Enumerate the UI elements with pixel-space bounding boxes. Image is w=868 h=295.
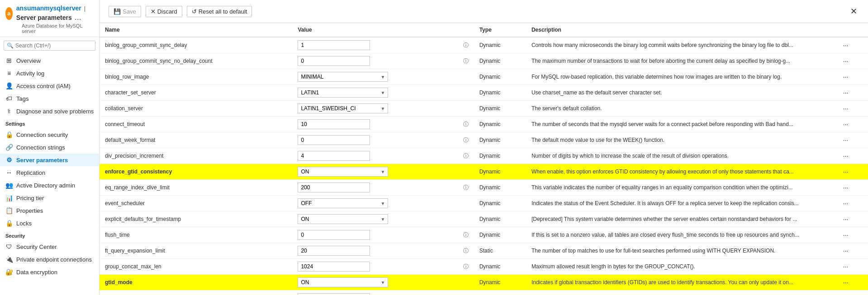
param-input-5[interactable] [298, 119, 370, 129]
more-options-button[interactable]: ··· [841, 136, 850, 144]
sidebar-item-overview[interactable]: ⊞Overview [0, 54, 99, 67]
param-value-4[interactable]: LATIN1_SWEDISH_CIUTF8_GENERAL_CI▼ [292, 101, 457, 117]
sidebar-item-locks[interactable]: 🔒Locks [0, 217, 99, 229]
param-info-1[interactable]: ⓘ [458, 53, 474, 69]
info-icon[interactable]: ⓘ [463, 42, 469, 48]
info-icon[interactable]: ⓘ [463, 137, 469, 143]
param-info-6[interactable]: ⓘ [458, 132, 474, 148]
param-value-12[interactable] [292, 227, 457, 243]
more-options-button[interactable]: ··· [841, 89, 850, 96]
more-options-button[interactable]: ··· [841, 279, 850, 286]
info-icon[interactable]: ⓘ [463, 153, 469, 159]
param-value-14[interactable] [292, 259, 457, 275]
param-value-8[interactable]: ONOFFWARN▼ [292, 164, 457, 180]
param-value-3[interactable]: LATIN1UTF8UTF8MB4▼ [292, 85, 457, 101]
more-options-button[interactable]: ··· [841, 42, 850, 49]
param-input-16[interactable] [298, 293, 370, 295]
param-info-10[interactable]: ⓘ [458, 196, 474, 211]
info-icon[interactable]: ⓘ [463, 58, 469, 64]
more-options-button[interactable]: ··· [841, 231, 850, 239]
param-info-3[interactable]: ⓘ [458, 85, 474, 101]
sidebar-item-active-directory[interactable]: 👥Active Directory admin [0, 179, 99, 192]
more-options-button[interactable]: ··· [841, 184, 850, 191]
sidebar-item-connection-security[interactable]: 🔒Connection security [0, 128, 99, 141]
more-options-button[interactable]: ··· [841, 247, 850, 254]
more-options-button[interactable]: ··· [841, 121, 850, 128]
sidebar-item-private-endpoint[interactable]: 🔌Private endpoint connections [0, 253, 99, 266]
param-value-11[interactable]: ONOFF▼ [292, 211, 457, 227]
param-more-2[interactable]: ··· [836, 69, 868, 85]
param-more-3[interactable]: ··· [836, 85, 868, 101]
more-options-button[interactable]: ··· [841, 215, 850, 223]
param-value-2[interactable]: MINIMALFULLNOBLOB▼ [292, 69, 457, 85]
param-select-15[interactable]: ONOFFON_PERMISSIVEOFF_PERMISSIVE [298, 278, 378, 287]
param-select-3[interactable]: LATIN1UTF8UTF8MB4 [298, 88, 378, 97]
param-value-5[interactable] [292, 117, 457, 132]
param-input-0[interactable] [298, 40, 370, 50]
sidebar-item-iam[interactable]: 👤Access control (IAM) [0, 80, 99, 92]
param-input-13[interactable] [298, 246, 370, 256]
param-value-16[interactable] [292, 290, 457, 295]
param-more-4[interactable]: ··· [836, 101, 868, 117]
param-info-9[interactable]: ⓘ [458, 180, 474, 196]
param-more-12[interactable]: ··· [836, 227, 868, 243]
param-value-15[interactable]: ONOFFON_PERMISSIVEOFF_PERMISSIVE▼ [292, 275, 457, 290]
more-options-button[interactable]: ··· [841, 105, 850, 112]
info-icon[interactable]: ⓘ [463, 184, 469, 191]
param-value-6[interactable] [292, 132, 457, 148]
param-select-4[interactable]: LATIN1_SWEDISH_CIUTF8_GENERAL_CI [298, 104, 378, 113]
param-value-9[interactable] [292, 180, 457, 196]
sidebar-item-tags[interactable]: 🏷Tags [0, 92, 99, 105]
param-more-7[interactable]: ··· [836, 148, 868, 164]
sidebar-item-properties[interactable]: 📋Properties [0, 204, 99, 217]
param-value-0[interactable] [292, 37, 457, 53]
close-button[interactable]: ✕ [849, 5, 859, 18]
param-more-10[interactable]: ··· [836, 196, 868, 211]
more-options-button[interactable]: ··· [841, 73, 850, 80]
param-input-7[interactable] [298, 151, 370, 161]
param-info-0[interactable]: ⓘ [458, 37, 474, 53]
param-more-9[interactable]: ··· [836, 180, 868, 196]
sidebar-item-data-encryption[interactable]: 🔐Data encryption [0, 266, 99, 278]
param-info-11[interactable]: ⓘ [458, 211, 474, 227]
param-value-10[interactable]: OFFONDISABLED▼ [292, 196, 457, 211]
sidebar-item-diagnose[interactable]: ⚕Diagnose and solve problems [0, 105, 99, 117]
more-options-button[interactable]: ··· [841, 57, 850, 65]
sidebar-item-pricing[interactable]: 📊Pricing tier [0, 192, 99, 204]
param-select-8[interactable]: ONOFFWARN [298, 167, 378, 176]
discard-button[interactable]: ✕ Discard [146, 6, 182, 17]
more-options-button[interactable]: ··· [841, 152, 850, 159]
param-info-4[interactable]: ⓘ [458, 101, 474, 117]
search-input[interactable] [15, 42, 92, 49]
param-more-5[interactable]: ··· [836, 117, 868, 132]
param-more-14[interactable]: ··· [836, 259, 868, 275]
save-button[interactable]: 💾 Save [109, 6, 141, 17]
param-input-9[interactable] [298, 183, 370, 192]
param-more-8[interactable]: ··· [836, 164, 868, 180]
param-info-12[interactable]: ⓘ [458, 227, 474, 243]
param-input-14[interactable] [298, 262, 370, 272]
reset-button[interactable]: ↺ Reset all to default [187, 6, 252, 17]
param-more-1[interactable]: ··· [836, 53, 868, 69]
param-info-14[interactable]: ⓘ [458, 259, 474, 275]
param-select-11[interactable]: ONOFF [298, 215, 378, 224]
param-info-5[interactable]: ⓘ [458, 117, 474, 132]
info-icon[interactable]: ⓘ [463, 232, 469, 238]
param-info-8[interactable]: ⓘ [458, 164, 474, 180]
param-input-12[interactable] [298, 230, 370, 240]
param-input-1[interactable] [298, 56, 370, 66]
more-options-button[interactable]: ··· [841, 263, 850, 270]
sidebar-item-connection-strings[interactable]: 🔗Connection strings [0, 141, 99, 154]
param-more-6[interactable]: ··· [836, 132, 868, 148]
more-options-btn[interactable]: ... [75, 13, 81, 22]
param-more-11[interactable]: ··· [836, 211, 868, 227]
param-value-13[interactable] [292, 243, 457, 259]
param-more-15[interactable]: ··· [836, 275, 868, 290]
param-value-1[interactable] [292, 53, 457, 69]
param-info-15[interactable]: ⓘ [458, 275, 474, 290]
info-icon[interactable]: ⓘ [463, 263, 469, 270]
param-more-0[interactable]: ··· [836, 37, 868, 53]
param-select-2[interactable]: MINIMALFULLNOBLOB [298, 72, 378, 81]
param-more-13[interactable]: ··· [836, 243, 868, 259]
param-info-13[interactable]: ⓘ [458, 243, 474, 259]
